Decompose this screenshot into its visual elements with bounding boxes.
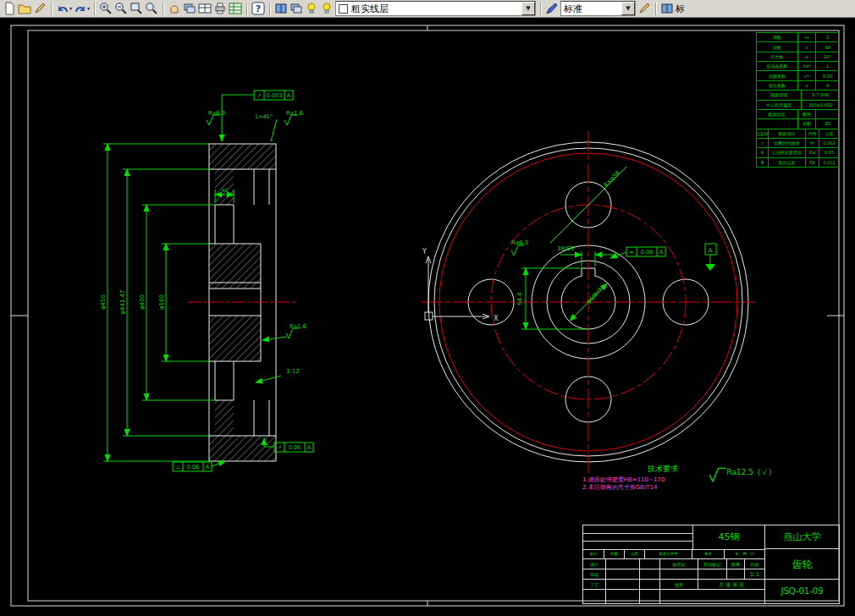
style-selector-value: 标准 [564,3,582,15]
svg-text:A: A [659,249,664,256]
right-view-dimensions [521,167,716,329]
taper-note: 1:12 [286,368,300,375]
layer-selector-value: 粗实线层 [351,3,389,15]
svg-text:0.08: 0.08 [641,249,653,256]
style-selector[interactable]: 标准 ▼ [560,1,636,16]
dim-40: 40 [221,187,228,193]
layer-on-icon[interactable] [305,2,318,15]
edit-icon[interactable] [33,2,47,15]
school-name: 燕山大学 [765,525,839,549]
zoom-all-icon[interactable] [145,2,158,15]
svg-text:=: = [629,249,633,256]
layer-selector[interactable]: 粗实线层 ▼ [335,1,536,16]
layer-selector-arrow-icon[interactable]: ▼ [521,2,535,15]
left-view-section [188,144,296,461]
sheets-cell: 共 张 第 张 [698,580,764,589]
layer-swatch-icon [339,4,348,14]
datum-a: A [709,247,713,254]
toolbar-separator [655,3,656,15]
svg-text:⊥: ⊥ [175,464,180,470]
toolbar-separator [94,3,95,15]
plot-icon[interactable] [213,2,227,15]
svg-text:↗: ↗ [256,92,261,99]
ra-top-right: Ra1.6 [286,110,304,117]
svg-text:Ra6.3: Ra6.3 [511,239,528,246]
layer-manager-icon[interactable] [183,2,196,15]
technical-requirements: 技术要求 1.调质处理硬度HB=110~170 2.未注倒角的尺寸按GB/T14 [582,464,743,492]
holes-label: 4×φ58 [602,169,621,189]
toolbar-separator [246,3,247,15]
tech-req-title: 技术要求 [582,464,743,475]
svg-text:0.033: 0.033 [267,92,283,99]
dim-web: φ400 [139,294,146,310]
svg-text:0.05: 0.05 [289,444,301,451]
toolbar-separator [51,3,52,15]
svg-text:A: A [287,92,291,99]
view-manager-icon[interactable] [290,2,303,15]
text-style-icon[interactable] [545,2,559,15]
dim-pitch: φ441.47 [119,289,126,314]
drawing-number: JSQ-01-09 [765,580,839,603]
keyway-depth: 64.4 [516,292,523,305]
right-view-dim-labels: 4×φ58 18JS9 64.4 φ60H7 = 0.08 A A [516,169,713,305]
clipped-toolbar-label: 标 [676,3,685,15]
toolbar-separator [540,3,541,15]
new-icon[interactable] [3,2,16,15]
redo-dropdown-arrow[interactable]: ▾ [87,2,90,15]
svg-text:0.06: 0.06 [187,464,199,470]
pan-icon[interactable] [168,2,181,15]
axis-x-label: X [494,315,499,322]
material-cell: 45钢 [693,525,764,549]
axis-y-label: Y [422,248,427,256]
keyway-width: 18JS9 [557,245,574,252]
main-toolbar: ▾ ▾ 粗实线层 ▼ 标准 ▼ 标 [0,0,855,18]
undo-icon[interactable] [56,2,69,15]
toolbar-separator [163,3,163,15]
redo-icon[interactable] [74,2,87,15]
tech-req-line: 1.调质处理硬度HB=110~170 [582,476,743,484]
ra-top-left: Ra6.3 [208,110,225,117]
dim-od: φ450 [100,294,107,310]
svg-text:A: A [206,464,210,470]
gear-parameter-table: 模数m2 齿数z98 压力角α20° 齿顶高系数ha*1 顶隙系数c*0.25 … [756,32,840,168]
zoom-in-icon[interactable] [99,2,113,15]
scale-value: 1:1 [744,569,764,579]
keyway-roughness: Ra6.3 [511,239,528,256]
origin-axes-marker: Y X [422,248,499,322]
style-selector-arrow-icon[interactable]: ▼ [621,2,635,15]
tech-req-line: 2.未注倒角的尺寸按GB/T14 [582,484,743,492]
style-edit-icon[interactable] [637,2,651,15]
dim-hub: φ160 [158,294,165,310]
toolbar-separator [269,3,270,15]
parts-list-icon[interactable] [198,2,212,15]
sheet-settings-icon[interactable] [274,2,288,15]
svg-text:A: A [307,444,312,451]
sheet-frame [11,25,844,606]
clipped-icon[interactable] [660,2,674,15]
layer-color-icon[interactable] [320,2,334,15]
zoom-out-icon[interactable] [114,2,128,15]
chamfer-note: 1×45° [255,113,273,120]
revision-grid [583,525,693,549]
title-block: 45钢 标记 处数 分区 更改文件号 签名 年、月、日 设计 标准化 阶段标记 … [582,525,840,604]
zoom-window-icon[interactable] [130,2,143,15]
left-view-dim-labels: φ450 φ441.47 φ400 φ160 40 [100,187,228,315]
ra-general-suffix: ( √ ) [758,469,771,476]
drawing-canvas[interactable]: φ450 φ441.47 φ400 φ160 40 ↗ 0.033 A ↗ 0.… [0,0,855,616]
undo-dropdown-arrow[interactable]: ▾ [69,2,72,15]
spreadsheet-icon[interactable] [229,2,242,15]
open-icon[interactable] [18,2,31,15]
svg-text:↗: ↗ [277,444,281,451]
ra-mid: Ra1.6 [290,323,307,330]
part-name: 齿轮 [765,549,839,580]
help-icon[interactable] [251,2,265,15]
